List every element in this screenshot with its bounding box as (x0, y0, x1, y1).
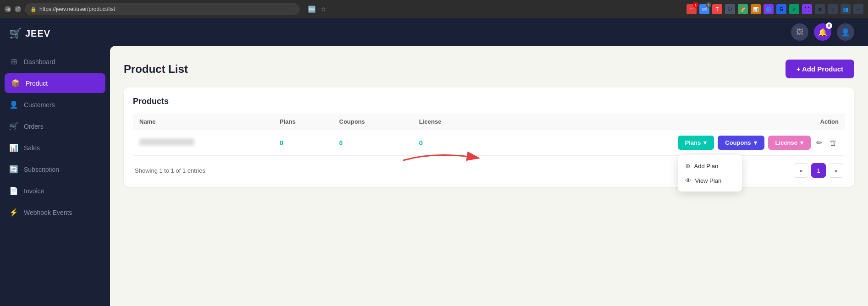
plans-dropdown-container: Plans ▾ ⊕ Add Plan (678, 136, 714, 150)
sidebar-item-customers[interactable]: 👤 Customers (0, 94, 110, 115)
webhook-icon: ⚡ (9, 208, 18, 217)
ext9: ✓ (789, 4, 799, 14)
bell-icon: 🔔 (818, 28, 827, 37)
main-area: 🖼 🔔 0 👤 Product List + Add Product Produ… (110, 18, 868, 306)
url-text: https://jeev.net/user/product/list (39, 6, 115, 12)
cell-name (133, 130, 273, 156)
license-button[interactable]: License ▾ (768, 136, 811, 150)
ext5: 🌈 (738, 4, 748, 14)
products-card-title: Products (133, 97, 845, 106)
products-card: Products Name Plans Coupons License Acti… (124, 87, 854, 187)
product-icon: 📦 (11, 79, 20, 87)
pagination: « 1 » (794, 163, 843, 178)
sidebar: 🛒 JEEV ⊞ Dashboard 📦 Product 👤 Customers… (0, 18, 110, 306)
plans-chevron-icon: ▾ (703, 139, 707, 146)
plans-button[interactable]: Plans ▾ (678, 136, 714, 150)
page-header: Product List + Add Product (124, 60, 854, 78)
sidebar-item-label-subscription: Subscription (24, 166, 59, 173)
sidebar-item-invoice[interactable]: 📄 Invoice (0, 180, 110, 202)
logo-icon: 🛒 (9, 27, 22, 39)
app-layout: 🛒 JEEV ⊞ Dashboard 📦 Product 👤 Customers… (0, 18, 868, 306)
ext13: 👥 (841, 4, 851, 14)
add-plan-item[interactable]: ⊕ Add Plan (678, 158, 742, 173)
table-header-row: Name Plans Coupons License Action (133, 114, 845, 130)
coupons-chevron-icon: ▾ (754, 139, 757, 146)
ext14: ⋯ (853, 4, 863, 14)
sidebar-item-label-customers: Customers (24, 101, 55, 109)
orders-icon: 🛒 (9, 122, 18, 131)
current-page-button[interactable]: 1 (811, 163, 826, 178)
plans-btn-label: Plans (685, 139, 701, 146)
sidebar-item-webhook[interactable]: ⚡ Webhook Events (0, 202, 110, 223)
ext1: ⋯1 (687, 4, 697, 14)
dashboard-icon: ⊞ (9, 57, 18, 66)
next-page-button[interactable]: » (829, 163, 843, 178)
sidebar-item-label-dashboard: Dashboard (24, 58, 55, 66)
topbar-avatar-right[interactable]: 👤 (837, 23, 854, 41)
ext8: G (776, 4, 786, 14)
notification-badge: 0 (826, 22, 832, 29)
ext6: 📊 (751, 4, 761, 14)
page-title: Product List (124, 63, 188, 76)
showing-text: Showing 1 to 1 of 1 entries (135, 167, 205, 174)
sales-icon: 📊 (9, 143, 18, 152)
avatar-icon-left: 🖼 (796, 28, 803, 36)
sidebar-item-label-product: Product (26, 80, 48, 87)
view-plan-label: View Plan (695, 177, 722, 184)
lock-icon: 🔒 (30, 6, 37, 12)
browser-chrome: ◀ ↺ 🔒 https://jeev.net/user/product/list… (0, 0, 868, 18)
ext12: ☆ (828, 4, 838, 14)
translate-icon: 🔤 (308, 5, 316, 13)
sidebar-item-label-webhook: Webhook Events (24, 209, 72, 216)
sidebar-item-label-invoice: Invoice (24, 187, 44, 195)
red-arrow-svg (399, 147, 490, 169)
star-icon: ☆ (320, 5, 326, 13)
invoice-icon: 📄 (9, 186, 18, 195)
sidebar-item-dashboard[interactable]: ⊞ Dashboard (0, 51, 110, 72)
sidebar-item-product[interactable]: 📦 Product (5, 73, 105, 93)
add-product-button[interactable]: + Add Product (786, 60, 854, 78)
extension-icons: ⋯1 ud2 T 🛡 🌈 📊 🌐 G ✓ ⛶ ⚙ ☆ 👥 ⋯ (687, 4, 863, 14)
address-bar[interactable]: 🔒 https://jeev.net/user/product/list (25, 3, 300, 15)
view-plan-icon: 👁 (685, 177, 692, 184)
notification-bell[interactable]: 🔔 0 (814, 23, 831, 41)
add-plan-icon: ⊕ (685, 162, 691, 169)
ext7: 🌐 (764, 4, 774, 14)
view-plan-item[interactable]: 👁 View Plan (678, 173, 742, 188)
sidebar-item-sales[interactable]: 📊 Sales (0, 137, 110, 158)
sidebar-item-label-sales: Sales (24, 144, 40, 152)
coupons-button[interactable]: Coupons ▾ (718, 136, 764, 150)
sidebar-item-orders[interactable]: 🛒 Orders (0, 115, 110, 137)
ext2: ud2 (699, 4, 709, 14)
action-buttons-group: Plans ▾ ⊕ Add Plan (492, 136, 839, 150)
logo-text: JEEV (25, 28, 50, 39)
nav-items: ⊞ Dashboard 📦 Product 👤 Customers 🛒 Orde… (0, 46, 110, 306)
delete-button[interactable]: 🗑 (828, 137, 839, 149)
col-coupons: Coupons (333, 114, 413, 130)
customers-icon: 👤 (9, 100, 18, 109)
coupons-btn-label: Coupons (725, 139, 751, 146)
col-license: License (413, 114, 485, 130)
prev-page-button[interactable]: « (794, 163, 808, 178)
page-content: Product List + Add Product Products Name… (110, 46, 868, 306)
ext4: 🛡 (725, 4, 735, 14)
topbar-avatar-left[interactable]: 🖼 (791, 23, 808, 41)
col-action: Action (485, 114, 845, 130)
browser-icons: 🔤 ☆ (308, 5, 326, 13)
avatar-icon-right: 👤 (841, 28, 850, 37)
back-button[interactable]: ◀ (5, 6, 11, 12)
col-plans: Plans (273, 114, 333, 130)
plans-dropdown-menu: ⊕ Add Plan 👁 View Plan (678, 155, 742, 191)
ext11: ⚙ (815, 4, 825, 14)
topbar-icons: 🖼 🔔 0 👤 (791, 23, 854, 41)
add-plan-label: Add Plan (694, 163, 719, 169)
reload-button[interactable]: ↺ (15, 6, 21, 12)
license-btn-label: License (775, 139, 797, 146)
edit-button[interactable]: ✏ (814, 137, 824, 149)
sidebar-item-label-orders: Orders (24, 123, 44, 130)
ext3: T (712, 4, 722, 14)
sidebar-item-subscription[interactable]: 🔄 Subscription (0, 158, 110, 180)
subscription-icon: 🔄 (9, 165, 18, 174)
blurred-product-name (139, 138, 194, 146)
topbar: 🖼 🔔 0 👤 (110, 18, 868, 46)
